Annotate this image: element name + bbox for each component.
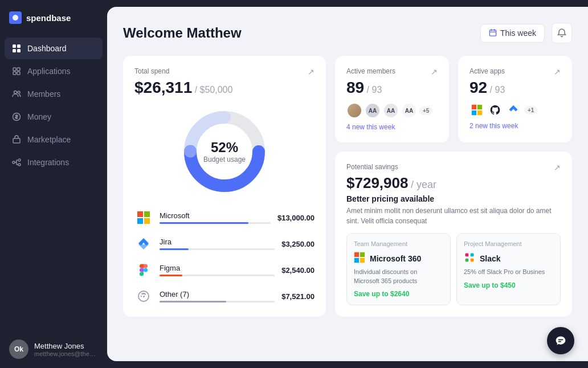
members-new-this-week[interactable]: 4 new this week	[346, 123, 438, 131]
savings-app-type: Project Management	[464, 240, 553, 247]
sidebar-item-money[interactable]: Money	[5, 106, 103, 128]
sidebar-item-dashboard[interactable]: Dashboard	[5, 38, 103, 59]
svg-rect-34	[471, 253, 474, 257]
avatar: AA	[401, 103, 417, 118]
svg-rect-3	[13, 49, 16, 52]
chat-button[interactable]	[547, 327, 574, 354]
sidebar-item-members[interactable]: Members	[5, 83, 103, 105]
jira-logo-apps	[506, 103, 521, 117]
sidebar-item-applications[interactable]: Applications	[5, 60, 103, 82]
slack-savings-icon	[464, 252, 475, 265]
sidebar: spendbase Dashboard Applications Members…	[0, 0, 107, 368]
applications-icon	[11, 66, 22, 76]
main-content: Welcome Matthew This week Total spend ↗ …	[107, 7, 588, 361]
svg-rect-20	[137, 211, 143, 217]
user-email: metthew.jones@thegiraffe.io	[34, 350, 98, 357]
sidebar-item-integrations[interactable]: Integrations	[5, 152, 103, 173]
svg-rect-4	[17, 49, 21, 52]
apps-new-this-week[interactable]: 2 new this week	[469, 122, 561, 130]
github-logo	[488, 103, 503, 117]
list-item: Microsoft $13,000.00	[134, 208, 315, 227]
svg-rect-36	[471, 259, 474, 262]
calendar-icon	[489, 28, 497, 38]
this-week-button[interactable]: This week	[480, 24, 545, 43]
donut-sub: Budget usage	[203, 156, 246, 163]
savings-app-name: Microsoft 360	[370, 254, 421, 263]
svg-rect-7	[13, 72, 16, 75]
notifications-button[interactable]	[552, 23, 572, 43]
donut-chart: 52% Budget usage	[134, 106, 315, 197]
svg-rect-25	[472, 105, 476, 109]
svg-rect-8	[17, 72, 20, 75]
money-icon	[11, 112, 22, 122]
page-title: Welcome Matthew	[123, 25, 242, 41]
app-info: Jira	[160, 238, 275, 250]
svg-rect-29	[354, 252, 359, 257]
app-list: Microsoft $13,000.00 Jira $3,250.00	[134, 208, 315, 305]
integrations-icon	[11, 157, 22, 167]
spend-budget: / $50,000	[195, 85, 233, 95]
savings-cta[interactable]: Save up to $2640	[354, 290, 443, 298]
list-item: Jira $3,250.00	[134, 235, 315, 253]
active-members-card: Active members ↗ 89 / 93 AA AA AA +5 4 n…	[335, 56, 449, 142]
app-name: Other (7)	[160, 290, 275, 299]
savings-label: Potential savings	[346, 163, 398, 171]
user-name: Metthew Jones	[34, 342, 98, 350]
list-item: Figma $2,540.00	[134, 261, 315, 279]
jira-icon	[134, 235, 153, 253]
savings-cta[interactable]: Save up to $450	[464, 281, 553, 289]
svg-rect-2	[17, 44, 21, 48]
svg-rect-30	[360, 252, 365, 257]
savings-app-desc: 25% off Slack Pro or Busines	[464, 268, 553, 276]
svg-rect-26	[477, 105, 482, 109]
dashboard-label: Dashboard	[27, 44, 67, 53]
apps-plus-badge: +1	[524, 106, 537, 115]
expand-savings-icon[interactable]: ↗	[554, 163, 561, 172]
dashboard-icon	[11, 43, 22, 54]
apps-card-label: Active apps	[469, 67, 505, 75]
svg-rect-16	[489, 30, 496, 36]
savings-app-row: Slack	[464, 252, 553, 265]
user-profile: Ok Metthew Jones metthew.jones@thegiraff…	[0, 330, 107, 368]
savings-app-row: Microsoft 360	[354, 252, 443, 265]
microsoft-logo	[469, 103, 484, 117]
app-amount: $3,250.00	[281, 240, 315, 248]
other-icon	[134, 287, 153, 305]
savings-app-type: Team Management	[354, 240, 443, 247]
svg-rect-27	[472, 111, 476, 115]
avatar: AA	[365, 103, 381, 118]
sidebar-item-marketplace[interactable]: Marketplace	[5, 129, 103, 150]
svg-rect-12	[13, 138, 20, 143]
logo-area: spendbase	[0, 0, 107, 38]
savings-app-desc: Individual discounts on Microsoft 365 pr…	[354, 268, 443, 285]
app-amount: $13,000.00	[277, 214, 315, 222]
app-name: Figma	[160, 264, 275, 272]
savings-app-item: Team Management Microsoft 360 Individual…	[346, 233, 451, 305]
spend-label: Total spend	[134, 67, 169, 75]
svg-point-10	[18, 91, 20, 93]
member-avatars: AA AA AA +5	[346, 103, 438, 118]
savings-apps-list: Team Management Microsoft 360 Individual…	[346, 233, 561, 305]
sidebar-navigation: Dashboard Applications Members Money Mar…	[0, 38, 107, 330]
app-name: Jira	[160, 238, 275, 246]
svg-rect-6	[17, 68, 20, 71]
avatar	[346, 103, 362, 118]
app-info: Other (7)	[160, 290, 275, 302]
dashboard-grid: Total spend ↗ $26,311 / $50,000 52% Budg…	[123, 56, 572, 317]
page-header: Welcome Matthew This week	[123, 23, 572, 43]
expand-apps-icon[interactable]: ↗	[554, 67, 561, 76]
expand-members-icon[interactable]: ↗	[431, 67, 438, 76]
this-week-label: This week	[500, 28, 536, 38]
expand-spend-icon[interactable]: ↗	[308, 67, 315, 76]
app-info: Microsoft	[160, 211, 271, 224]
svg-rect-21	[144, 211, 150, 217]
bell-icon	[557, 28, 566, 38]
svg-rect-5	[13, 68, 16, 71]
members-card-label: Active members	[346, 67, 395, 75]
user-info: Metthew Jones metthew.jones@thegiraffe.i…	[34, 342, 98, 357]
svg-point-13	[13, 161, 15, 163]
savings-app-name: Slack	[480, 254, 501, 263]
members-icon	[11, 89, 22, 99]
apps-total: / 93	[490, 85, 505, 95]
svg-rect-22	[137, 218, 143, 224]
